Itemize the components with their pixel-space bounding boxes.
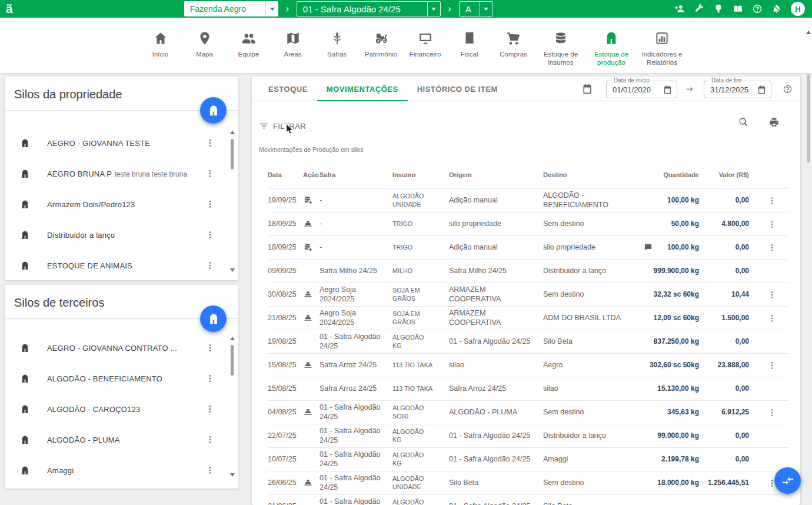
nav-estoque-producao[interactable]: Estoque de produção [586, 31, 637, 67]
calendar-icon[interactable] [581, 83, 593, 95]
scroll-up-icon[interactable] [230, 131, 235, 134]
own-silos-scrollbar[interactable] [229, 131, 235, 272]
add-silo-fab[interactable] [200, 97, 227, 124]
silo-list-item[interactable]: Armazem Dois/Pedro123 [5, 189, 228, 220]
help-icon[interactable] [783, 84, 793, 94]
table-row[interactable]: 18/09/25 - TRIGO silo propriedade Sem de… [268, 212, 788, 235]
scroll-down-icon[interactable] [230, 268, 235, 272]
item-menu-button[interactable] [205, 343, 215, 353]
tab-movimentacoes[interactable]: MOVIMENTAÇÕES [317, 77, 408, 101]
table-row[interactable]: 30/08/25 Aegro Soja 2024/2025 SOJA EM GR… [268, 283, 788, 306]
table-row[interactable]: 10/07/25 01 - Safra Algodão 24/25 ALGODÃ… [268, 447, 788, 471]
user-avatar[interactable]: H [791, 2, 805, 16]
item-menu-button[interactable] [205, 466, 215, 475]
row-menu-button[interactable] [767, 220, 777, 229]
farm-selector-caret[interactable] [265, 1, 278, 16]
scrollbar-thumb[interactable] [231, 139, 234, 170]
page-scrollbar[interactable] [806, 27, 811, 504]
item-menu-button[interactable] [205, 261, 215, 270]
silo-list-item[interactable]: ALGODÃO - BENEFICIAMENTO [5, 363, 228, 394]
search-icon[interactable] [738, 117, 749, 128]
item-menu-button[interactable] [205, 374, 215, 383]
nav-inicio[interactable]: Início [138, 31, 182, 67]
silo-list-item[interactable]: AEGRO - GIOVANNA TESTE [5, 128, 228, 158]
silo-list-item[interactable]: AEGRO - GIOVANNA CONTRATO ... [5, 333, 228, 363]
nav-estoque-insumos[interactable]: Estoque de insumos [535, 31, 586, 67]
cell-actions [751, 408, 788, 417]
scroll-down-icon[interactable] [230, 473, 235, 477]
table-row[interactable]: 21/08/25 Aegro Soja 2024/2025 SOJA EM GR… [268, 306, 788, 330]
cell-origem: 01 - Safra Algodão 24/25 [449, 502, 543, 505]
table-row[interactable]: 15/08/25 Safra Arroz 24/25 113 TIO TAKA … [268, 353, 788, 377]
silo-list-item[interactable]: AEGRO BRUNA P teste bruna teste bruna [5, 158, 228, 189]
add-silo-fab[interactable] [200, 305, 227, 332]
farm-selector[interactable]: Fazenda Aegro [184, 1, 278, 16]
date-start-value[interactable]: 01/01/2020 [607, 85, 663, 94]
scroll-up-icon[interactable] [230, 337, 235, 340]
nav-areas[interactable]: Áreas [271, 31, 315, 67]
cell-origem: Adição manual [449, 196, 543, 205]
nav-patrimonio[interactable]: Patrimônio [359, 31, 403, 67]
nav-compras[interactable]: Compras [491, 31, 535, 67]
knowledge-base-icon[interactable] [733, 4, 743, 14]
item-menu-button[interactable] [205, 138, 215, 148]
date-end-value[interactable]: 31/12/2025 [704, 85, 757, 94]
row-menu-button[interactable] [767, 196, 777, 205]
table-row[interactable]: 21/06/25 01 - Safra Algodão 24/25 ALGODÃ… [268, 494, 788, 505]
scrollbar-thumb[interactable] [807, 74, 810, 162]
scrollbar-thumb[interactable] [231, 345, 234, 376]
plot-selector-caret[interactable] [480, 2, 492, 16]
whats-new-bulb-icon[interactable] [713, 4, 724, 14]
calendar-icon[interactable] [757, 85, 767, 95]
third-party-silos-scrollbar[interactable] [229, 337, 235, 477]
item-menu-button[interactable] [205, 435, 215, 444]
plot-selector[interactable]: A [459, 1, 493, 16]
date-end-field[interactable]: Data de fim 31/12/2025 [704, 81, 771, 98]
silo-list-item[interactable]: ALGODÃO - CAROÇO123 [5, 394, 228, 424]
row-menu-button[interactable] [767, 290, 777, 300]
tab-estoque[interactable]: ESTOQUE [259, 77, 317, 101]
tab-historico-de-item[interactable]: HISTÓRICO DE ITEM [408, 77, 507, 101]
table-row[interactable]: 15/08/25 Safra Arroz 24/25 113 TIO TAKA … [268, 377, 788, 400]
row-menu-button[interactable] [767, 408, 777, 417]
silo-list-item[interactable]: ESTOQUE DE ANIMAIS [5, 250, 228, 279]
table-row[interactable]: 26/06/25 01 - Safra Algodão 24/25 ALGODÃ… [268, 471, 788, 494]
item-menu-button[interactable] [205, 200, 215, 209]
item-menu-button[interactable] [205, 404, 215, 414]
nav-financeiro[interactable]: Financeiro [403, 31, 447, 67]
harvest-selector-caret[interactable] [427, 2, 440, 16]
calendar-icon[interactable] [663, 85, 673, 95]
scroll-up-icon[interactable] [806, 31, 811, 34]
tools-icon[interactable] [694, 4, 704, 14]
table-row[interactable]: 04/08/25 01 - Safra Algodão 24/25 ALGODÃ… [268, 400, 788, 424]
manual-add-icon [303, 195, 313, 205]
harvest-selector[interactable]: 01 - Safra Algodão 24/25 [297, 1, 441, 16]
silo-list-item[interactable]: Amaggi [5, 455, 228, 486]
silo-icon [20, 435, 30, 445]
nav-equipe[interactable]: Equipe [227, 31, 271, 67]
date-start-field[interactable]: Data de início 01/01/2020 [606, 81, 677, 98]
table-row[interactable]: 09/09/25 Safra Milho 24/25 MILHO Safra M… [268, 259, 788, 283]
comment-icon[interactable] [644, 243, 653, 252]
notifications-off-icon[interactable] [771, 4, 782, 14]
table-row[interactable]: 19/08/25 01 - Safra Algodão 24/25 ALGODÃ… [268, 330, 788, 353]
print-icon[interactable] [768, 117, 780, 128]
nav-mapa[interactable]: Mapa [182, 31, 227, 67]
row-menu-button[interactable] [767, 314, 777, 323]
new-movement-fab[interactable] [774, 467, 801, 494]
nav-indicadores-relatorios[interactable]: Indicadores e Relatórios [637, 31, 687, 67]
silo-list-item[interactable]: ALGODÃO - PLUMA [5, 424, 228, 455]
silo-list-item[interactable]: Distribuidor a lanço [5, 220, 228, 250]
row-menu-button[interactable] [767, 243, 777, 252]
item-menu-button[interactable] [205, 169, 215, 178]
nav-fiscal[interactable]: Fiscal [447, 31, 491, 67]
invite-user-icon[interactable] [674, 4, 685, 14]
help-icon[interactable] [752, 4, 763, 14]
filter-button[interactable]: FILTRAR [259, 121, 306, 131]
table-row[interactable]: 22/07/25 01 - Safra Algodão 24/25 ALGODÃ… [268, 424, 788, 447]
nav-safras[interactable]: Safras [315, 31, 359, 67]
table-row[interactable]: 19/09/25 - ALGODÃO UNIDADE Adição manual… [268, 188, 788, 212]
row-menu-button[interactable] [767, 361, 777, 370]
item-menu-button[interactable] [205, 230, 215, 240]
table-row[interactable]: 18/09/25 - TRIGO Adição manual silo prop… [268, 235, 788, 259]
